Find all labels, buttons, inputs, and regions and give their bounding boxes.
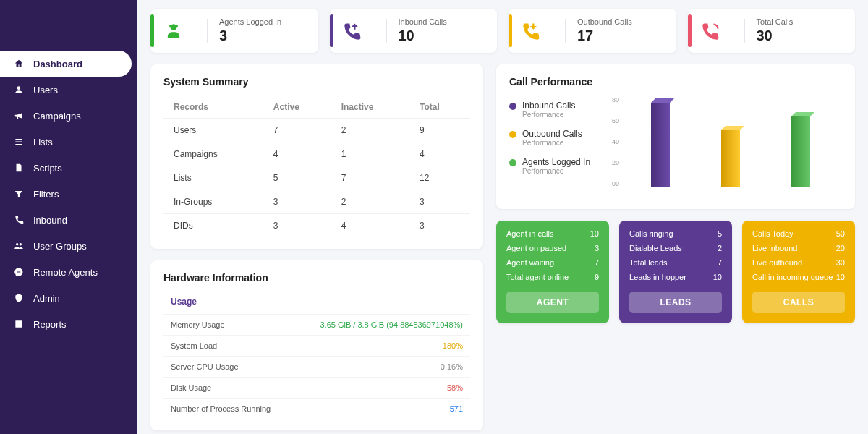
sidebar-item-users[interactable]: Users [0,77,132,103]
legend-sub: Performance [522,111,575,119]
mini-stat-value: 30 [836,258,845,267]
agent-button[interactable]: AGENT [506,292,599,313]
sidebar-item-user-groups[interactable]: User Groups [0,233,132,259]
chart-bar [721,130,740,187]
hardware-label: Disk Usage [171,383,211,392]
mini-stat-label: Call in incoming queue [752,273,833,281]
performance-chart: 8060402000 [605,96,842,197]
sidebar-item-scripts[interactable]: Scripts [0,155,132,181]
hardware-value: 180% [443,341,463,350]
hardware-label: Server CPU Usage [171,362,239,371]
y-tick: 80 [605,96,619,103]
megaphone-icon [13,110,25,122]
sidebar-item-dashboard[interactable]: Dashboard [0,51,132,77]
mini-stat: Live inbound 20 [752,244,845,252]
hardware-label: Memory Usage [171,320,225,329]
kpi-value: 30 [757,27,793,44]
row-inactive: 4 [334,214,412,238]
mini-stat-value: 9 [595,273,599,281]
row-inactive: 1 [334,142,412,166]
legend-sub: Performance [522,139,582,147]
row-name: Campaigns [163,142,266,166]
legend-sub: Performance [522,167,590,175]
hardware-label: Number of Process Running [171,404,271,413]
mini-stat-value: 3 [595,244,599,252]
mini-stat: Leads in hopper 10 [629,273,722,281]
hardware-label: System Load [171,341,217,350]
user-icon [13,84,25,95]
calls-button[interactable]: CALLS [752,292,845,313]
table-row: DIDs 3 4 3 [163,214,470,238]
mini-stat: Agent in calls 10 [506,229,599,238]
mini-card-agent: Agent in calls 10 Agent on paused 3 Agen… [496,221,609,323]
logo [0,7,137,29]
mini-stat-label: Calls Today [752,229,793,238]
mini-stat-value: 7 [595,258,599,267]
table-row: Campaigns 4 1 4 [163,142,470,166]
mini-stat: Agent on paused 3 [506,244,599,252]
sidebar-item-filters[interactable]: Filters [0,181,132,207]
mini-stat-label: Dialable Leads [629,244,682,252]
phone-ring-icon [698,18,724,44]
legend-label: Inbound Calls [522,101,575,111]
mini-stat-value: 20 [836,244,845,252]
sidebar-item-label: Campaigns [33,111,81,122]
y-tick: 00 [605,180,619,187]
mini-stat: Calls ringing 5 [629,229,722,238]
legend-item: Outbound Calls Performance [509,129,590,147]
list-icon [13,136,25,148]
sidebar-item-remote-agents[interactable]: Remote Agents [0,259,132,285]
kpi-value: 10 [399,27,447,44]
filter-icon [13,188,25,200]
sidebar-item-label: Lists [33,137,53,148]
system-summary-title: System Summary [163,76,470,88]
mini-stat-value: 5 [718,229,722,238]
leads-button[interactable]: LEADS [629,292,722,313]
col-records: Records [163,96,266,119]
phone-in-icon [340,18,366,44]
mini-stat-label: Live outbound [752,258,802,267]
mini-stat-label: Live inbound [752,244,797,252]
mini-stat-label: Agent on paused [506,244,566,252]
system-summary-table: Records Active Inactive Total Users 7 2 … [163,96,470,237]
y-tick: 20 [605,159,619,166]
mini-stat-value: 50 [836,229,845,238]
sidebar-item-lists[interactable]: Lists [0,129,132,155]
kpi-total-calls: Total Calls 30 [688,9,856,53]
agent-icon [161,18,187,44]
kpi-agents-logged-in: Agents Logged In 3 [150,9,318,53]
hardware-info-title: Hardware Information [163,272,470,284]
kpi-value: 3 [219,27,281,44]
sidebar-item-inbound[interactable]: Inbound [0,207,132,233]
row-active: 7 [266,119,334,142]
y-tick: 60 [605,117,619,124]
sidebar-item-admin[interactable]: Admin [0,285,132,311]
users-group-icon [13,240,25,252]
mini-card-calls: Calls Today 50 Live inbound 20 Live outb… [742,221,855,323]
mini-stat: Calls Today 50 [752,229,845,238]
hardware-value: 58% [447,383,463,392]
sidebar-item-campaigns[interactable]: Campaigns [0,103,132,129]
report-icon [13,318,25,330]
kpi-value: 17 [577,27,632,44]
hardware-value: 571 [450,404,463,413]
sidebar-item-label: Inbound [33,215,67,226]
row-total: 3 [412,190,470,214]
hardware-usage-subheading: Usage [163,292,470,314]
sidebar-item-label: User Groups [33,241,87,252]
mini-stat: Dialable Leads 2 [629,244,722,252]
sidebar: Dashboard Users Campaigns Lists Scripts … [0,0,137,434]
hardware-value: 0.16% [441,362,463,371]
row-inactive: 2 [334,119,412,142]
hardware-row: Number of Process Running 571 [163,398,470,419]
main-content: Agents Logged In 3 Inbound Calls 10 Outb… [137,0,868,434]
script-icon [13,162,25,174]
hardware-row: Memory Usage 3.65 GiB / 3.8 GiB (94.8845… [163,314,470,335]
sidebar-item-reports[interactable]: Reports [0,311,132,337]
row-active: 3 [266,214,334,238]
row-name: DIDs [163,214,266,238]
hardware-row: Server CPU Usage 0.16% [163,356,470,377]
call-performance-card: Call Performance Inbound Calls Performan… [496,64,855,209]
table-row: Users 7 2 9 [163,119,470,142]
legend-label: Agents Logged In [522,157,590,167]
